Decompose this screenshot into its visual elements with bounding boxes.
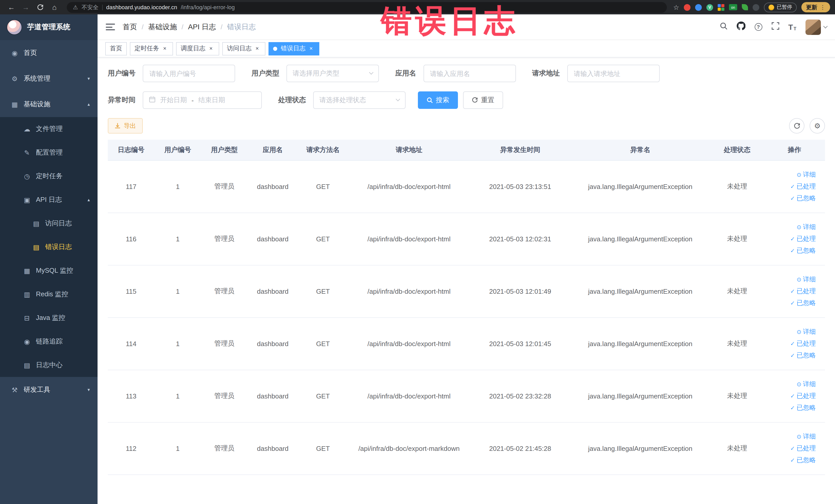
mark-ignored-link[interactable]: ✓已忽略 [790, 403, 816, 412]
sidebar-item-java-monitor[interactable]: ⊟ Java 监控 [0, 306, 98, 330]
breadcrumb-current: 错误日志 [227, 22, 256, 32]
sidebar-item-log-center[interactable]: ▤ 日志中心 [0, 353, 98, 377]
breadcrumb-infrastructure[interactable]: 基础设施 [148, 22, 177, 32]
browser-back-icon[interactable]: ← [5, 1, 18, 13]
paused-badge[interactable]: 已暂停 [764, 2, 797, 12]
column-settings-icon[interactable]: ⚙ [810, 118, 825, 134]
extension-paw-icon[interactable] [753, 4, 759, 11]
extension-leaf-icon[interactable] [742, 4, 748, 10]
sidebar-item-dev-tools[interactable]: ⚒ 研发工具 ▾ [0, 377, 98, 403]
breadcrumb-api-logs[interactable]: API 日志 [188, 22, 216, 32]
refresh-icon[interactable] [789, 118, 805, 134]
mark-processed-link[interactable]: ✓已处理 [790, 444, 816, 452]
address-bar[interactable]: ⚠ 不安全 dashboard.yudao.iocoder.cn /infra/… [67, 2, 667, 13]
sidebar-item-access-log[interactable]: ▤ 访问日志 [0, 211, 98, 235]
mark-processed-link[interactable]: ✓已处理 [790, 235, 816, 243]
chevron-down-icon: ▾ [87, 76, 90, 81]
search-button[interactable]: 搜索 [418, 92, 458, 109]
tags-bar: 首页 定时任务 × 调度日志 × 访问日志 × 错误日志 × [98, 40, 835, 58]
extension-on-icon[interactable]: on [729, 4, 737, 10]
help-icon[interactable]: ? [754, 23, 762, 31]
extension-grid-icon[interactable] [718, 4, 725, 11]
cell-exception-name: java.lang.IllegalArgumentException [570, 317, 710, 370]
sidebar-item-trace[interactable]: ◉ 链路追踪 [0, 330, 98, 353]
tag-close-icon[interactable]: × [161, 45, 168, 52]
sidebar-item-redis-monitor[interactable]: ▥ Redis 监控 [0, 282, 98, 306]
dashboard-icon: ◉ [10, 49, 19, 57]
user-menu[interactable] [806, 19, 827, 35]
mark-processed-link[interactable]: ✓已处理 [790, 182, 816, 191]
sidebar-item-file-management[interactable]: ☁ 文件管理 [0, 117, 98, 141]
breadcrumb-home[interactable]: 首页 [123, 22, 137, 32]
table-toolbar: 导出 ⚙ [108, 118, 825, 134]
detail-link[interactable]: ⊙详细 [797, 432, 816, 441]
vue-devtools-icon[interactable]: V [707, 4, 713, 11]
check-icon: ✓ [790, 445, 795, 451]
user-type-select[interactable]: 请选择用户类型 [286, 65, 379, 82]
browser-menu-icon[interactable]: ⋮ [820, 4, 826, 11]
browser-home-icon[interactable]: ⌂ [48, 1, 61, 13]
chevron-down-icon: ▾ [87, 387, 90, 392]
detail-link[interactable]: ⊙详细 [797, 275, 816, 284]
cell-method: GET [298, 317, 348, 370]
sidebar-item-config-management[interactable]: ✎ 配置管理 [0, 141, 98, 164]
tool-icon: ⚒ [10, 386, 19, 394]
cell-method: GET [298, 422, 348, 475]
redis-icon: ▥ [23, 290, 31, 298]
sidebar-logo[interactable]: 芋道管理系统 [0, 14, 98, 40]
detail-link[interactable]: ⊙详细 [797, 170, 816, 179]
fullscreen-icon[interactable] [771, 22, 779, 32]
browser-reload-icon[interactable] [34, 1, 46, 13]
mark-processed-link[interactable]: ✓已处理 [790, 287, 816, 296]
mark-ignored-link[interactable]: ✓已忽略 [790, 351, 816, 360]
eye-icon: ⊙ [797, 224, 801, 230]
ignored-link-label: 已忽略 [796, 246, 816, 255]
github-icon[interactable] [736, 22, 745, 32]
sidebar-item-system-management[interactable]: ⚙ 系统管理 ▾ [0, 66, 98, 92]
user-id-input[interactable] [143, 65, 235, 82]
check-icon: ✓ [790, 183, 795, 190]
mark-processed-link[interactable]: ✓已处理 [790, 391, 816, 400]
tag-scheduled-jobs[interactable]: 定时任务 × [130, 42, 173, 55]
font-size-icon[interactable]: TT [788, 23, 796, 31]
table-row: 116 1 管理员 dashboard GET /api/infra/db-do… [108, 213, 825, 265]
extension-blue-icon[interactable] [695, 4, 702, 11]
tag-scheduler-log[interactable]: 调度日志 × [176, 42, 219, 55]
hamburger-icon[interactable] [106, 24, 115, 30]
cell-user-type: 管理员 [201, 160, 248, 213]
log-center-icon: ▤ [23, 361, 31, 369]
sidebar-item-mysql-monitor[interactable]: ▦ MySQL 监控 [0, 259, 98, 282]
process-status-select[interactable]: 请选择处理状态 [313, 92, 406, 109]
bookmark-star-icon[interactable]: ☆ [673, 3, 679, 11]
tag-access-log[interactable]: 访问日志 × [222, 42, 265, 55]
sidebar-item-scheduled-jobs[interactable]: ◷ 定时任务 [0, 164, 98, 188]
export-button[interactable]: 导出 [108, 118, 143, 134]
browser-update-button[interactable]: 更新 ⋮ [801, 2, 830, 12]
tag-close-icon[interactable]: × [253, 45, 261, 52]
app-name-input[interactable] [423, 65, 516, 82]
sidebar-item-error-log[interactable]: ▤ 错误日志 [0, 235, 98, 259]
mark-processed-link[interactable]: ✓已处理 [790, 339, 816, 348]
mark-ignored-link[interactable]: ✓已忽略 [790, 246, 816, 255]
browser-forward-icon[interactable]: → [20, 1, 32, 13]
sidebar-item-home[interactable]: ◉ 首页 [0, 40, 98, 66]
date-range-picker[interactable]: 开始日期 - 结束日期 [143, 92, 262, 109]
mark-ignored-link[interactable]: ✓已忽略 [790, 299, 816, 307]
cell-exception-time: 2021-05-03 12:02:31 [470, 213, 570, 265]
detail-link[interactable]: ⊙详细 [797, 223, 816, 231]
tag-home[interactable]: 首页 [105, 42, 127, 55]
detail-link[interactable]: ⊙详细 [797, 327, 816, 336]
request-url-input[interactable] [567, 65, 659, 82]
cell-method: GET [298, 265, 348, 317]
mark-ignored-link[interactable]: ✓已忽略 [790, 194, 816, 203]
sidebar-item-api-logs[interactable]: ▣ API 日志 ▴ [0, 188, 98, 211]
mark-ignored-link[interactable]: ✓已忽略 [790, 456, 816, 464]
sidebar-item-infrastructure[interactable]: ▦ 基础设施 ▴ [0, 92, 98, 117]
extension-red-icon[interactable] [684, 4, 691, 11]
reset-button[interactable]: 重置 [463, 92, 503, 109]
tag-close-icon[interactable]: × [307, 45, 315, 52]
tag-close-icon[interactable]: × [207, 45, 215, 52]
detail-link[interactable]: ⊙详细 [797, 380, 816, 388]
tag-error-log[interactable]: 错误日志 × [268, 42, 319, 55]
search-icon[interactable] [719, 22, 727, 32]
